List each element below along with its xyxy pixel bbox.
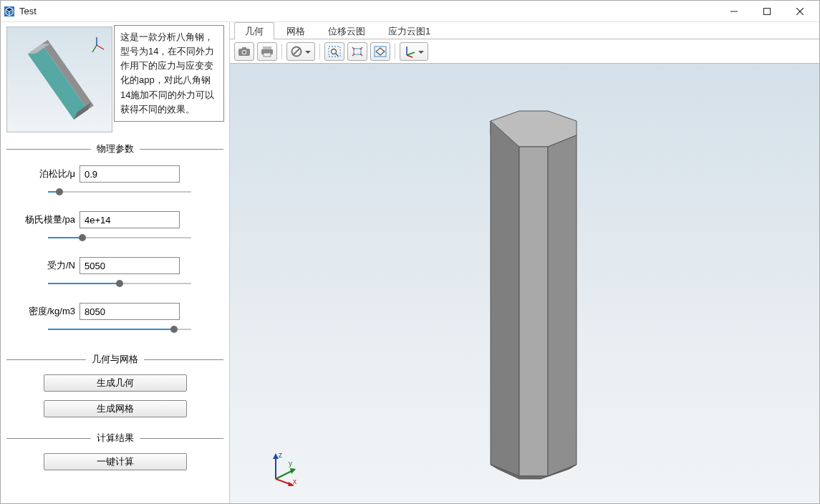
- svg-rect-13: [242, 47, 246, 49]
- svg-line-29: [407, 55, 413, 57]
- compute-button[interactable]: 一键计算: [44, 453, 187, 470]
- print-button[interactable]: [257, 42, 277, 61]
- app-window: Test: [0, 0, 820, 504]
- maximize-button[interactable]: [751, 1, 783, 22]
- svg-rect-24: [354, 49, 361, 54]
- svg-text:y: y: [289, 460, 292, 467]
- close-button[interactable]: [783, 1, 816, 22]
- tab-bar: 几何 网格 位移云图 应力云图1: [230, 22, 819, 39]
- svg-line-10: [92, 45, 97, 52]
- minimize-button[interactable]: [718, 1, 751, 22]
- svg-line-20: [294, 48, 300, 54]
- svg-rect-2: [764, 8, 771, 14]
- tab-geometry[interactable]: 几何: [234, 22, 274, 39]
- app-icon: [4, 6, 15, 17]
- density-slider[interactable]: [48, 324, 191, 334]
- description-tooltip: 这是一款分析八角钢，型号为14，在不同外力作用下的应力与应变变化的app，对此八…: [114, 25, 224, 122]
- svg-marker-31: [491, 121, 519, 476]
- svg-rect-18: [264, 53, 271, 57]
- model-thumbnail: [6, 26, 112, 132]
- diamond-zoom-icon: [374, 46, 387, 57]
- young-label: 杨氏模量/pa: [6, 213, 79, 226]
- svg-line-28: [407, 52, 415, 55]
- camera-icon: [238, 47, 251, 57]
- octagonal-model: [230, 64, 819, 503]
- poisson-label: 泊松比/μ: [6, 168, 79, 180]
- density-input[interactable]: [79, 303, 180, 320]
- zoom-box-button[interactable]: [324, 42, 344, 61]
- density-label: 密度/kg/m3: [6, 305, 79, 318]
- svg-text:x: x: [293, 478, 296, 485]
- view-orientation-button[interactable]: [400, 42, 428, 61]
- poisson-slider[interactable]: [48, 187, 191, 197]
- svg-marker-41: [290, 468, 296, 474]
- zoom-selection-button[interactable]: [370, 42, 390, 61]
- axes-icon: [404, 45, 417, 58]
- svg-marker-38: [273, 453, 279, 459]
- window-title: Test: [19, 6, 718, 16]
- main-area: 几何 网格 位移云图 应力云图1: [230, 22, 819, 503]
- svg-marker-32: [519, 147, 548, 476]
- svg-line-40: [276, 470, 293, 479]
- svg-marker-33: [548, 135, 577, 476]
- svg-text:z: z: [279, 451, 282, 459]
- force-input[interactable]: [79, 257, 180, 274]
- svg-point-15: [243, 51, 245, 53]
- section-result: 计算结果: [6, 432, 223, 445]
- axis-triad: z y x: [269, 450, 304, 486]
- arrows-out-icon: [351, 46, 364, 57]
- generate-mesh-button[interactable]: 生成网格: [44, 400, 187, 417]
- svg-line-23: [336, 53, 339, 56]
- screenshot-button[interactable]: [234, 42, 254, 61]
- force-label: 受力/N: [6, 259, 79, 272]
- tab-stress[interactable]: 应力云图1: [377, 22, 441, 39]
- svg-line-9: [97, 45, 104, 49]
- titlebar: Test: [1, 1, 819, 22]
- no-entry-icon: [291, 46, 302, 57]
- svg-marker-26: [376, 48, 385, 55]
- force-slider[interactable]: [48, 278, 191, 289]
- sidebar: 这是一款分析八角钢，型号为14，在不同外力作用下的应力与应变变化的app，对此八…: [1, 22, 230, 503]
- poisson-input[interactable]: [79, 165, 180, 183]
- svg-point-22: [332, 49, 337, 54]
- tab-mesh[interactable]: 网格: [276, 22, 316, 39]
- generate-geometry-button[interactable]: 生成几何: [44, 374, 187, 392]
- viewport-toolbar: [230, 39, 819, 64]
- young-input[interactable]: [79, 211, 180, 228]
- svg-rect-21: [329, 47, 340, 57]
- printer-icon: [261, 46, 274, 57]
- tab-displacement[interactable]: 位移云图: [317, 22, 376, 39]
- zoom-box-icon: [328, 46, 341, 57]
- zoom-extents-button[interactable]: [347, 42, 367, 61]
- 3d-viewport[interactable]: z y x: [230, 64, 819, 503]
- reset-view-button[interactable]: [286, 42, 315, 61]
- section-physics: 物理参数: [6, 142, 223, 155]
- section-geomesh: 几何与网格: [6, 353, 223, 366]
- young-slider[interactable]: [48, 233, 191, 243]
- svg-rect-16: [263, 47, 271, 49]
